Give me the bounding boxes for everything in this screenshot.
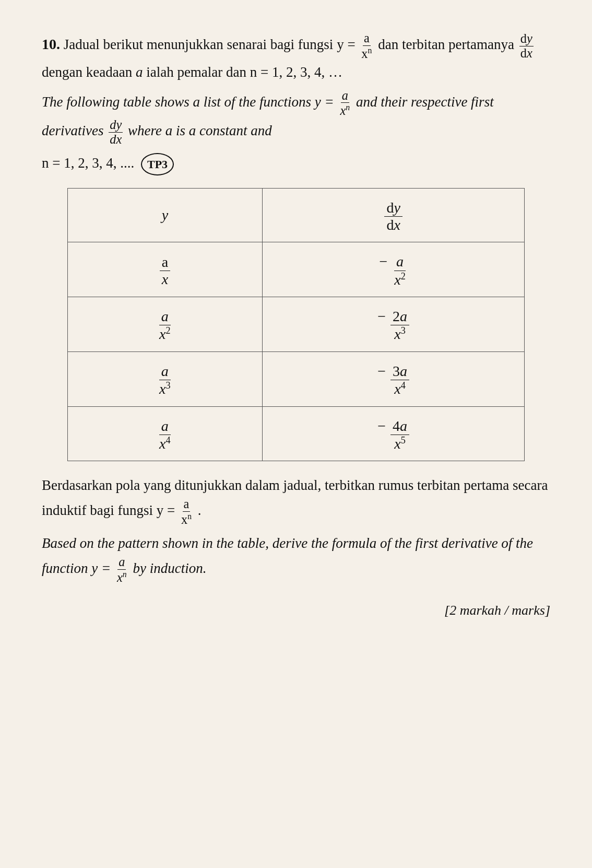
question-container: 10. Jadual berikut menunjukkan senarai b… [42,31,550,620]
malay-b-den: xn [180,512,193,527]
english-bottom-fraction: a xn [116,555,128,585]
y-frac-1-den: x [160,271,170,288]
eng-y-den-exp: n [346,103,350,112]
y-cell-4: a x4 [67,406,262,461]
neg-sign-4: − [377,418,386,434]
dy-frac-3: 3a x4 [390,363,409,398]
dy-cell-3: − 3a x4 [263,351,525,406]
dy-frac-1: a x2 [392,253,408,288]
table-row: a x − a x2 [67,242,525,297]
y-cell-2: a x2 [67,297,262,352]
y-frac-2-num: a [159,308,171,325]
y-den-exp: n [368,46,372,55]
english-text-block: The following table shows a list of the … [42,89,550,147]
malay-bottom-text: Berdasarkan pola yang ditunjukkan dalam … [42,477,548,518]
table-row: a x2 − 2a x3 [67,297,525,352]
dy-frac-2-num: 2a [390,308,409,325]
dy-frac-2: 2a x3 [390,308,409,343]
bottom-english-text: Based on the pattern shown in the table,… [42,532,550,584]
bottom-malay-text: Berdasarkan pola yang ditunjukkan dalam … [42,474,550,526]
eng-b-num: a [117,555,126,570]
dy-frac-4: 4a x5 [390,418,409,453]
y-frac-3: a x3 [157,363,173,398]
dy-frac-2-den: x3 [392,325,408,343]
english-y-bottom: y = [91,560,114,576]
dy-header-den: dx [519,46,534,61]
tp3-badge: TP3 [141,153,174,175]
malay-bottom-end: . [198,502,202,518]
malay-intro-text: Jadual berikut menunjukkan senarai bagi … [64,37,334,52]
y-frac-2-den: x2 [157,325,173,343]
english-text4: is a constant and [176,123,272,139]
y-header-label: y [162,207,168,223]
malay-dengan: dengan keadaan [42,64,132,80]
question-number: 10. [42,36,60,52]
derivatives-table: y dy dx a x − [67,188,525,461]
y-frac-2: a x2 [157,308,173,343]
y-numerator: a [363,31,371,46]
dy-frac-4-den: x5 [392,435,408,453]
y-cell-3: a x3 [67,351,262,406]
eng-b-den-exp: n [123,570,127,579]
function-y-label: y = [337,37,359,52]
malay-b-den-exp: n [187,512,192,521]
italic-a2: a [165,123,173,139]
table-row: a x3 − 3a x4 [67,351,525,406]
dy-cell-4: − 4a x5 [263,406,525,461]
malay-bottom-fraction: a xn [180,497,193,527]
marks-text: [2 markah / marks] [444,603,550,618]
dydx-h-num: dy [384,200,402,217]
eng-y-den: xn [339,103,351,118]
y-frac-1-num: a [160,254,170,271]
eng-dy-num: dy [109,118,123,133]
dy-cell-1: − a x2 [263,242,525,297]
malay-b-num: a [183,497,191,512]
eng-y-num: a [341,89,349,103]
dydx-fraction-header: dy dx [519,32,534,60]
n-values2: n = 1, 2, 3, 4, .... [42,155,134,171]
english-bottom-end: by induction. [133,560,206,576]
table-header-row: y dy dx [67,189,525,242]
malay-y-bottom: y = [157,502,179,518]
marks-line: [2 markah / marks] [42,600,550,620]
italic-a: a [136,64,143,80]
y-cell-1: a x [67,242,262,297]
dy-frac-3-num: 3a [390,363,409,380]
malay-ialah-text: ialah pemalar dan [146,64,246,80]
dy-frac-4-num: 4a [390,418,409,435]
english-y: y = [315,94,338,110]
malay-n-values: n = 1, 2, 3, 4, … [250,64,342,80]
dy-frac-1-num: a [394,253,406,271]
dy-frac-3-den: x4 [392,380,408,398]
y-frac-4: a x4 [157,418,173,453]
neg-sign-2: − [377,308,386,324]
table-row: a x4 − 4a x5 [67,406,525,461]
y-frac-1: a x [160,254,170,288]
eng-dy-den: dx [109,133,123,147]
col-dydx-header: dy dx [263,189,525,242]
malay-dan-terbitan: dan terbitan pertamanya [378,37,514,52]
dy-cell-2: − 2a x3 [263,297,525,352]
english-text3: where [128,123,165,139]
y-frac-3-num: a [159,363,171,380]
dy-frac-1-den: x2 [392,271,408,289]
y-fraction-header: a xn [360,31,373,61]
y-frac-3-den: x3 [157,380,173,398]
neg-sign-3: − [377,363,386,379]
english-dydx: dy dx [109,118,123,146]
dydx-header-fraction: dy dx [384,200,402,233]
y-frac-4-num: a [159,418,171,435]
y-denominator: xn [360,46,373,61]
col-y-header: y [67,189,262,242]
y-frac-4-den: x4 [157,435,173,453]
dydx-h-den: dx [384,217,402,233]
question-text: 10. Jadual berikut menunjukkan senarai b… [42,31,550,84]
neg-sign-1: − [380,253,388,269]
dy-header-num: dy [519,32,534,46]
n-values-line: n = 1, 2, 3, 4, .... TP3 [42,152,550,175]
english-y-fraction: a xn [339,89,351,119]
eng-b-den: xn [116,570,128,585]
english-line1: The following table shows a list of the … [42,94,311,110]
